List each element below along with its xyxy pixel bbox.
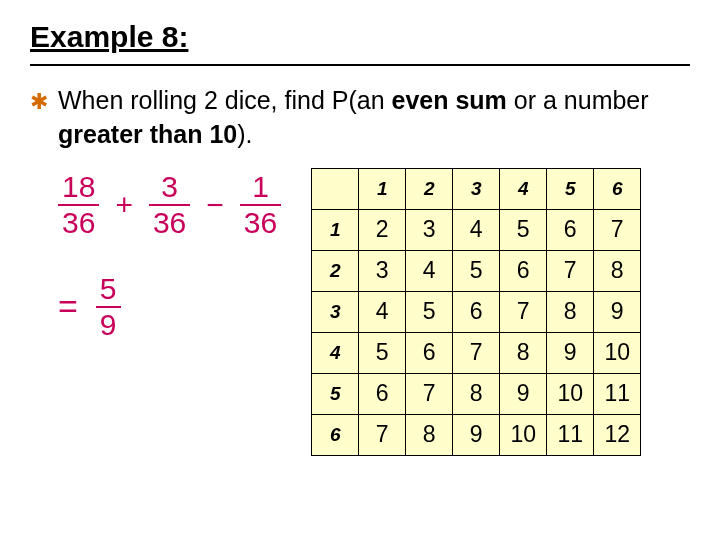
- table-cell: 9: [547, 332, 594, 373]
- row-header: 2: [312, 250, 359, 291]
- table-cell: 3: [406, 209, 453, 250]
- fraction-1: 18 36: [58, 172, 99, 238]
- table-cell: 6: [547, 209, 594, 250]
- fraction-result-den: 9: [96, 306, 121, 340]
- prompt-suffix: ).: [237, 120, 252, 148]
- fraction-2: 3 36: [149, 172, 190, 238]
- problem-statement: ✱ When rolling 2 dice, find P(an even su…: [30, 84, 690, 152]
- row-header: 1: [312, 209, 359, 250]
- table-cell: 9: [453, 414, 500, 455]
- table-cell: 3: [359, 250, 406, 291]
- fraction-1-den: 36: [58, 204, 99, 238]
- equals-sign: =: [58, 287, 78, 326]
- table-cell: 8: [500, 332, 547, 373]
- fraction-1-num: 18: [58, 172, 99, 204]
- bullet-icon: ✱: [30, 91, 48, 113]
- table-cell: 6: [453, 291, 500, 332]
- dice-sum-table: 1 2 3 4 5 6 1 2 3 4 5 6 7 2 3 4 5 6 7 8 …: [311, 168, 641, 456]
- plus-op: +: [115, 188, 133, 222]
- title-rule: [30, 64, 690, 66]
- example-title: Example 8:: [30, 20, 690, 54]
- table-cell: 11: [547, 414, 594, 455]
- table-cell: 9: [594, 291, 641, 332]
- fraction-2-den: 36: [149, 204, 190, 238]
- col-header: 4: [500, 168, 547, 209]
- fraction-3: 1 36: [240, 172, 281, 238]
- prompt-bold-gt10: greater than 10: [58, 120, 237, 148]
- expression-line-2: = 5 9: [58, 274, 281, 340]
- prompt-mid: or a number: [507, 86, 649, 114]
- table-cell: 7: [359, 414, 406, 455]
- table-cell: 7: [406, 373, 453, 414]
- table-cell: 10: [547, 373, 594, 414]
- col-header: 1: [359, 168, 406, 209]
- row-header: 3: [312, 291, 359, 332]
- table-cell: 8: [594, 250, 641, 291]
- table-cell: 7: [594, 209, 641, 250]
- table-cell: 4: [453, 209, 500, 250]
- fraction-result: 5 9: [96, 274, 121, 340]
- table-cell: 8: [453, 373, 500, 414]
- col-header: 6: [594, 168, 641, 209]
- table-cell: 5: [500, 209, 547, 250]
- col-header: 3: [453, 168, 500, 209]
- prompt-prefix: When rolling 2 dice, find P(an: [58, 86, 392, 114]
- table-cell: 11: [594, 373, 641, 414]
- table-cell: 12: [594, 414, 641, 455]
- fraction-3-num: 1: [248, 172, 273, 204]
- table-cell: 5: [453, 250, 500, 291]
- table-cell: 4: [359, 291, 406, 332]
- row-header: 5: [312, 373, 359, 414]
- table-cell: 7: [500, 291, 547, 332]
- fraction-3-den: 36: [240, 204, 281, 238]
- table-cell: 2: [359, 209, 406, 250]
- table-corner: [312, 168, 359, 209]
- table-cell: 7: [453, 332, 500, 373]
- table-cell: 6: [359, 373, 406, 414]
- table-cell: 7: [547, 250, 594, 291]
- table-cell: 8: [406, 414, 453, 455]
- table-cell: 9: [500, 373, 547, 414]
- prompt-bold-even: even sum: [392, 86, 507, 114]
- row-header: 6: [312, 414, 359, 455]
- table-cell: 8: [547, 291, 594, 332]
- row-header: 4: [312, 332, 359, 373]
- table-cell: 4: [406, 250, 453, 291]
- math-work: 18 36 + 3 36 − 1 36 = 5 9: [58, 172, 281, 340]
- table-cell: 10: [500, 414, 547, 455]
- minus-op: −: [206, 188, 224, 222]
- fraction-result-num: 5: [96, 274, 121, 306]
- table-cell: 6: [406, 332, 453, 373]
- expression-line-1: 18 36 + 3 36 − 1 36: [58, 172, 281, 238]
- table-cell: 5: [406, 291, 453, 332]
- fraction-2-num: 3: [157, 172, 182, 204]
- col-header: 5: [547, 168, 594, 209]
- table-cell: 10: [594, 332, 641, 373]
- col-header: 2: [406, 168, 453, 209]
- table-cell: 6: [500, 250, 547, 291]
- table-cell: 5: [359, 332, 406, 373]
